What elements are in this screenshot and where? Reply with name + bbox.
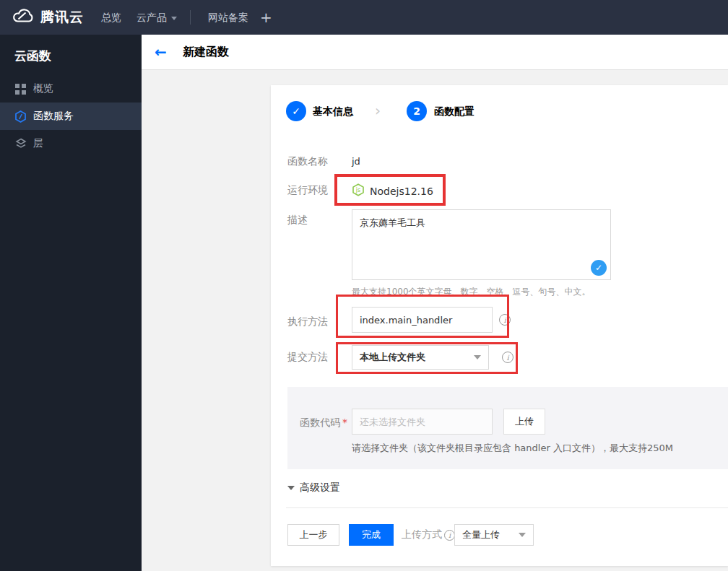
chevron-down-icon (171, 17, 177, 20)
step1-done-check-icon: ✓ (286, 101, 306, 121)
runtime-label: 运行环境 (287, 184, 328, 197)
function-name-label: 函数名称 (287, 155, 328, 168)
submit-method-value: 本地上传文件夹 (360, 351, 425, 364)
handler-info-icon[interactable]: i (499, 314, 511, 326)
function-name-value: jd (352, 156, 360, 167)
required-asterisk: * (342, 417, 347, 428)
svg-text:js: js (355, 187, 360, 193)
nav-divider (190, 10, 191, 25)
validation-check-icon: ✓ (591, 260, 607, 276)
select-caret-icon (474, 355, 481, 359)
collapse-caret-icon (287, 486, 295, 490)
nav-item-overview[interactable]: 总览 (101, 0, 121, 35)
previous-step-button[interactable]: 上一步 (287, 524, 339, 546)
layers-icon (14, 138, 27, 150)
function-code-section: 函数代码* 上传 请选择文件夹（该文件夹根目录应包含 handler 入口文件）… (287, 387, 728, 469)
sidebar-item-label: 层 (33, 137, 43, 150)
description-label: 描述 (287, 214, 308, 227)
sidebar-item-label: 函数服务 (33, 110, 74, 123)
handler-input[interactable] (352, 307, 493, 333)
create-function-card: ✓ 基本信息 › 2 函数配置 函数名称 jd 运行环境 js Nodejs12… (271, 85, 728, 566)
upload-mode: 上传方式 i (402, 524, 455, 546)
sidebar-title: 云函数 (14, 48, 51, 64)
page-header: ← 新建函数 (142, 35, 728, 70)
advanced-settings-toggle[interactable]: 高级设置 (287, 481, 340, 494)
grid-icon (14, 83, 27, 95)
sidebar-item-overview[interactable]: 概览 (0, 75, 142, 103)
description-textarea[interactable]: 京东薅羊毛工具 (352, 209, 611, 280)
page-title: 新建函数 (183, 45, 229, 60)
description-hint: 最大支持1000个英文字母、数字、空格、逗号、句号、中文。 (352, 286, 591, 298)
upload-mode-select[interactable]: 全量上传 (454, 524, 534, 546)
nav-item-icp-filing[interactable]: 网站备案 (208, 0, 248, 35)
brand-name: 腾讯云 (40, 8, 84, 27)
sidebar-item-label: 概览 (33, 82, 53, 95)
finish-button[interactable]: 完成 (349, 524, 394, 546)
top-nav: 腾讯云 总览 云产品 网站备案 + (0, 0, 728, 35)
sidebar-item-layers[interactable]: 层 (0, 130, 142, 157)
tencent-cloud-logo-icon (10, 7, 35, 27)
upload-mode-value: 全量上传 (462, 528, 500, 541)
tencent-cloud-console: 腾讯云 总览 云产品 网站备案 + 云函数 概览 (0, 0, 728, 571)
function-hexagon-icon (14, 110, 27, 123)
step1-label: 基本信息 (313, 105, 353, 118)
nav-add-button[interactable]: + (260, 0, 272, 35)
function-code-hint: 请选择文件夹（该文件夹根目录应包含 handler 入口文件），最大支持250M (352, 442, 673, 455)
footer-divider (286, 507, 728, 508)
nodejs-icon: js (352, 183, 365, 196)
function-code-label: 函数代码* (300, 417, 347, 430)
nav-item-cloud-products[interactable]: 云产品 (136, 0, 177, 35)
brand[interactable]: 腾讯云 (10, 0, 84, 35)
submit-method-info-icon[interactable]: i (502, 352, 514, 363)
runtime-value: Nodejs12.16 (370, 186, 433, 197)
step2-number-badge: 2 (407, 101, 427, 121)
handler-label: 执行方法 (287, 315, 328, 328)
back-arrow-icon[interactable]: ← (155, 43, 167, 61)
step-separator-chevron-icon: › (375, 102, 381, 119)
upload-button[interactable]: 上传 (503, 409, 545, 435)
upload-mode-info-icon[interactable]: i (444, 530, 455, 541)
select-caret-icon (519, 533, 526, 537)
submit-method-select[interactable]: 本地上传文件夹 (352, 345, 489, 370)
sidebar: 云函数 概览 函数服务 (0, 35, 142, 571)
step2-label: 函数配置 (434, 105, 474, 118)
upload-mode-label: 上传方式 (402, 528, 442, 541)
advanced-settings-label: 高级设置 (300, 481, 340, 494)
submit-method-label: 提交方法 (287, 351, 328, 364)
sidebar-item-function-service[interactable]: 函数服务 (0, 103, 142, 130)
folder-path-input (352, 409, 493, 435)
